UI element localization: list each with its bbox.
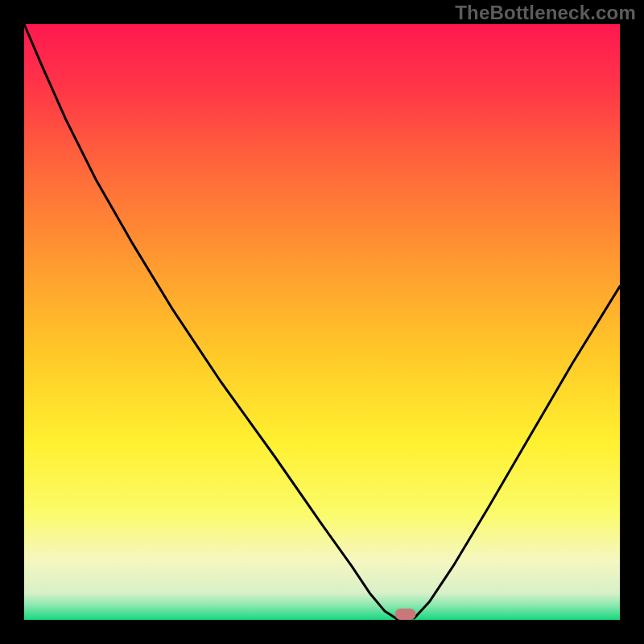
plot-background (24, 24, 620, 620)
watermark-text: TheBottleneck.com (455, 2, 636, 24)
optimal-marker (395, 609, 416, 620)
chart-container: TheBottleneck.com (0, 0, 644, 644)
bottleneck-chart (0, 0, 644, 644)
